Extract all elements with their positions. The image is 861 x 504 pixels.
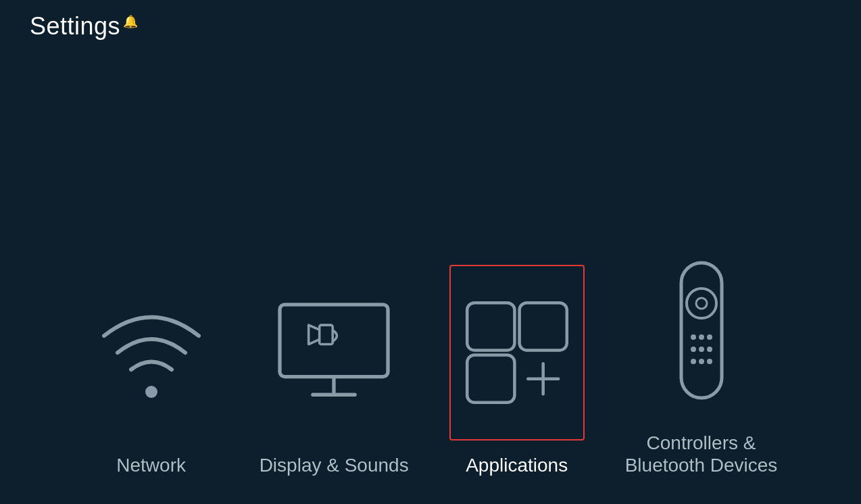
svg-point-21 [707, 359, 712, 364]
title-text: Settings [30, 12, 120, 40]
network-item[interactable]: Network [84, 265, 219, 477]
settings-grid: Network Display & Sounds [0, 243, 861, 490]
svg-point-16 [691, 347, 696, 352]
remote-icon [674, 256, 729, 405]
applications-icon-area [449, 265, 585, 440]
display-icon-area [266, 265, 401, 440]
network-label: Network [116, 454, 186, 477]
notification-icon: 🔔 [123, 15, 139, 28]
svg-rect-5 [467, 303, 514, 351]
display-icon [273, 299, 395, 407]
svg-point-15 [707, 334, 712, 340]
applications-icon [456, 292, 578, 413]
svg-rect-7 [467, 355, 514, 403]
svg-point-14 [699, 334, 704, 340]
applications-item[interactable]: Applications [449, 265, 585, 477]
svg-point-12 [696, 298, 707, 309]
page-title: Settings🔔 [30, 12, 139, 41]
svg-point-11 [687, 288, 716, 318]
svg-point-19 [691, 359, 696, 364]
svg-rect-4 [320, 326, 333, 345]
svg-rect-10 [681, 263, 722, 398]
applications-label: Applications [466, 454, 568, 477]
controllers-icon-area [634, 243, 769, 418]
wifi-icon [97, 299, 205, 407]
display-sounds-item[interactable]: Display & Sounds [260, 265, 409, 477]
svg-point-13 [691, 334, 696, 340]
svg-point-0 [145, 386, 157, 398]
network-icon-area [84, 265, 219, 440]
display-sounds-label: Display & Sounds [260, 454, 409, 477]
svg-point-18 [707, 347, 712, 352]
svg-point-17 [699, 347, 704, 352]
controllers-item[interactable]: Controllers &Bluetooth Devices [625, 243, 778, 477]
controllers-label: Controllers &Bluetooth Devices [625, 432, 778, 477]
svg-point-20 [699, 359, 704, 364]
svg-rect-6 [519, 303, 566, 351]
